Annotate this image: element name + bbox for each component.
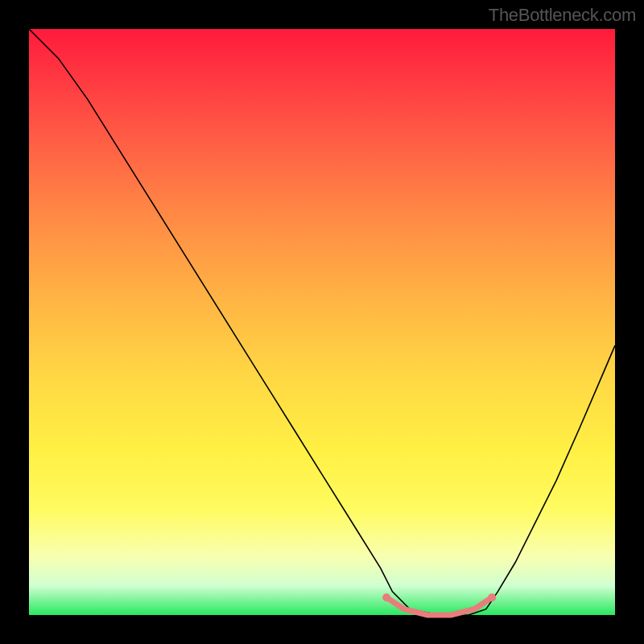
optimal-range-endpoints [382, 593, 496, 601]
bottleneck-curve [29, 29, 615, 615]
highlight-endpoint-dot [382, 593, 390, 601]
chart-svg [29, 29, 615, 615]
highlight-endpoint-dot [488, 593, 496, 601]
watermark-text: TheBottleneck.com [489, 5, 636, 26]
chart-plot-area [29, 29, 615, 615]
